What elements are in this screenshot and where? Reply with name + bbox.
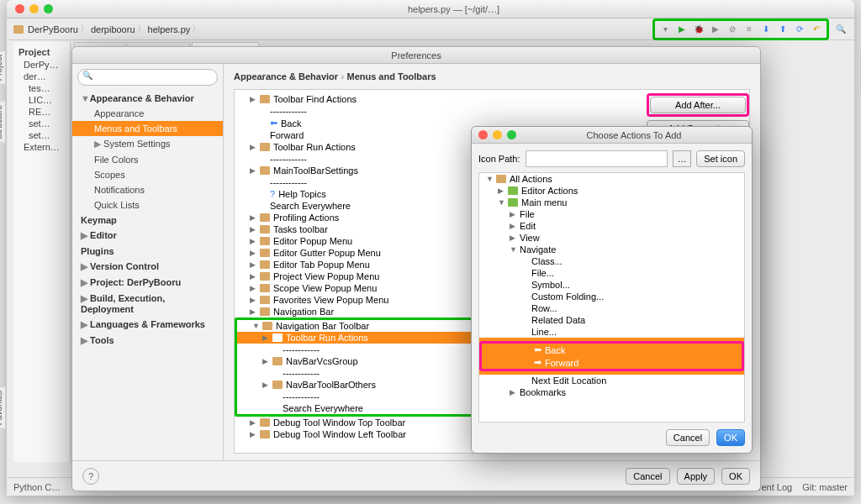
prefs-search-input[interactable] — [77, 69, 218, 86]
side-tab-structure[interactable]: Structure — [0, 101, 6, 144]
action-tree-row[interactable]: ▶File — [479, 208, 744, 220]
coverage-icon[interactable]: ▶ — [709, 23, 722, 36]
action-tree-row[interactable]: ▼Main menu — [479, 197, 744, 208]
prefs-category[interactable]: Appearance — [72, 106, 223, 121]
add-after-button[interactable]: Add After... — [650, 97, 746, 113]
prefs-category[interactable]: ▶ Editor — [72, 228, 223, 244]
action-tree-row[interactable]: ▶Editor Actions — [479, 185, 744, 197]
project-item[interactable]: DerPy… — [17, 59, 66, 71]
project-item[interactable]: LIC… — [17, 94, 66, 106]
folder-icon — [260, 237, 270, 245]
vcs-commit-icon[interactable]: ⬆ — [776, 23, 790, 36]
action-tree-row[interactable]: Related Data — [479, 314, 744, 326]
minimize-icon[interactable] — [29, 4, 39, 13]
zoom-icon[interactable] — [44, 4, 53, 13]
project-panel-title: Project — [17, 45, 66, 59]
folder-icon — [260, 225, 270, 234]
action-tree-row[interactable]: ➡Forward — [482, 356, 742, 369]
folder-icon — [260, 143, 270, 151]
status-python[interactable]: Python C… — [13, 482, 61, 492]
tree-row[interactable]: ▶Toolbar Find Actions — [235, 93, 640, 105]
action-tree-row[interactable]: Custom Folding... — [479, 291, 744, 302]
icon-path-input[interactable] — [526, 150, 668, 167]
search-icon[interactable]: 🔍 — [834, 23, 848, 36]
folder-icon — [508, 198, 518, 207]
minimize-icon[interactable] — [493, 130, 502, 139]
status-git[interactable]: Git: master — [802, 482, 848, 492]
prefs-category[interactable]: Quick Lists — [72, 197, 223, 213]
project-item[interactable]: tes… — [17, 82, 66, 94]
close-icon[interactable] — [15, 4, 24, 13]
stop-icon[interactable]: ⊘ — [726, 23, 739, 36]
action-tree-row[interactable]: ▶Bookmarks — [479, 386, 744, 398]
action-tree-row[interactable]: Line... — [479, 326, 744, 338]
action-tree-row[interactable]: File... — [479, 267, 744, 279]
prefs-category[interactable]: ▶ Build, Execution, Deployment — [72, 291, 223, 317]
folder-icon — [272, 357, 283, 365]
project-item[interactable]: set… — [17, 129, 66, 141]
project-item[interactable]: RE… — [17, 106, 66, 118]
apply-button[interactable]: Apply — [677, 468, 716, 485]
actions-tree: ▼All Actions▶Editor Actions▼Main menu▶Fi… — [478, 172, 745, 423]
cancel-button[interactable]: Cancel — [666, 429, 710, 446]
debug-icon[interactable]: 🐞 — [692, 23, 705, 36]
cancel-button[interactable]: Cancel — [626, 468, 669, 485]
prefs-category[interactable]: ▶ Project: DerPyBooru — [72, 275, 223, 291]
prefs-category[interactable]: Keymap — [72, 213, 223, 228]
ok-button[interactable]: OK — [721, 468, 750, 485]
ok-button[interactable]: OK — [716, 429, 745, 446]
project-panel: Project DerPy… der… tes… LIC… RE… set… s… — [13, 42, 71, 462]
action-tree-row[interactable]: Next Edit Location — [479, 375, 744, 386]
tree-row[interactable]: ------------ — [235, 105, 640, 117]
folder-icon — [260, 260, 270, 269]
action-tree-row[interactable]: ▼All Actions — [479, 173, 744, 185]
zoom-icon[interactable] — [507, 130, 516, 139]
folder-icon — [496, 175, 506, 183]
prefs-breadcrumb: Appearance & Behavior › Menus and Toolba… — [234, 71, 750, 82]
set-icon-button[interactable]: Set icon — [696, 150, 745, 167]
list-icon[interactable]: ≡ — [742, 23, 756, 36]
prefs-category[interactable]: Notifications — [72, 182, 223, 197]
project-item[interactable]: set… — [17, 118, 66, 129]
run-icon[interactable]: ▶ — [675, 23, 689, 36]
prefs-category[interactable]: ▼ Appearance & Behavior — [72, 91, 223, 106]
prefs-category[interactable]: Plugins — [72, 244, 223, 259]
close-icon[interactable] — [478, 130, 488, 139]
side-tab-favorites[interactable]: Favorites — [0, 386, 6, 429]
action-tree-row[interactable]: ▼Navigate — [479, 244, 744, 255]
action-tree-row[interactable]: Row... — [479, 302, 744, 314]
help-icon[interactable]: ? — [82, 468, 99, 485]
action-tree-row[interactable]: Symbol... — [479, 279, 744, 291]
folder-icon — [260, 307, 270, 316]
prefs-category[interactable]: Scopes — [72, 167, 223, 182]
prefs-category[interactable]: File Colors — [72, 152, 223, 167]
vcs-history-icon[interactable]: ⟳ — [793, 23, 806, 36]
folder-icon — [272, 333, 283, 342]
project-item[interactable]: Extern… — [17, 141, 66, 153]
help-icon: ? — [270, 189, 275, 199]
action-tree-row[interactable]: ▶Edit — [479, 220, 744, 232]
vcs-update-icon[interactable]: ⬇ — [759, 23, 773, 36]
prefs-category[interactable]: ▶ Languages & Frameworks — [72, 317, 223, 333]
highlight-add-after: Add After... — [647, 93, 749, 117]
folder-icon — [508, 186, 518, 195]
forward-icon: ➡ — [534, 357, 541, 368]
action-tree-row[interactable]: ⬅Back — [482, 344, 742, 356]
folder-icon — [260, 418, 270, 427]
dropdown-icon[interactable]: ▾ — [658, 23, 672, 36]
action-tree-row[interactable]: ▶View — [479, 232, 744, 244]
action-tree-row[interactable]: Class... — [479, 255, 744, 267]
ide-titlebar: helpers.py — [~/git/…] — [7, 0, 854, 18]
folder-icon — [260, 272, 270, 281]
browse-button[interactable]: … — [673, 150, 691, 167]
folder-icon — [260, 166, 270, 175]
prefs-category[interactable]: ▶ System Settings — [72, 136, 223, 152]
side-tab-project[interactable]: Project — [0, 50, 6, 85]
revert-icon[interactable]: ↶ — [810, 23, 823, 36]
breadcrumb[interactable]: DerPyBooru〉 derpibooru〉 helpers.py〉 — [13, 23, 201, 35]
project-item[interactable]: der… — [17, 71, 66, 82]
prefs-category[interactable]: Menus and Toolbars — [72, 121, 223, 136]
prefs-category[interactable]: ▶ Tools — [72, 333, 223, 349]
prefs-category[interactable]: ▶ Version Control — [72, 259, 223, 275]
folder-icon — [13, 25, 24, 34]
